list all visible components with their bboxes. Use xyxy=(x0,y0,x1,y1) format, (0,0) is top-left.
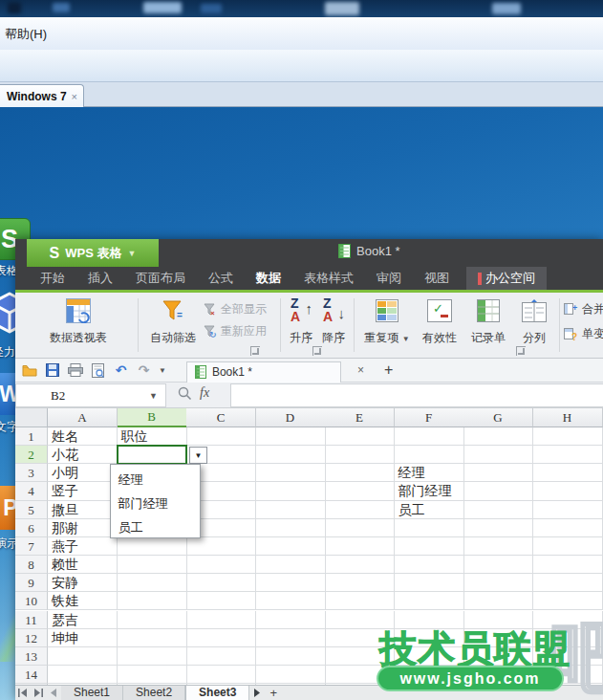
column-header-F[interactable]: F xyxy=(395,408,464,427)
cell-B7[interactable] xyxy=(118,537,187,556)
cell-G4[interactable] xyxy=(463,482,533,500)
cell-A12[interactable]: 坤坤 xyxy=(48,629,118,647)
last-sheet-icon[interactable] xyxy=(31,686,46,700)
cell-F14[interactable] xyxy=(395,666,464,684)
cell-E13[interactable] xyxy=(325,647,395,666)
cell-G11[interactable] xyxy=(463,611,533,629)
row-header-2[interactable]: 2 xyxy=(15,446,48,464)
next-sheet-icon[interactable] xyxy=(249,686,265,700)
redo-icon[interactable]: ↷ xyxy=(136,362,152,379)
cell-H1[interactable] xyxy=(533,427,603,446)
reapply-button[interactable]: ↻ 重新应用 xyxy=(204,323,276,339)
row-header-7[interactable]: 7 xyxy=(15,537,48,556)
cell-H5[interactable] xyxy=(533,501,603,519)
cell-F2[interactable] xyxy=(395,446,464,464)
ribbon-tab-表格样式[interactable]: 表格样式 xyxy=(292,267,365,290)
cell-H13[interactable] xyxy=(533,647,603,666)
row-header-9[interactable]: 9 xyxy=(15,574,48,592)
cell-D14[interactable] xyxy=(256,666,326,684)
cell-F10[interactable] xyxy=(395,592,464,610)
dropdown-item-部门经理[interactable]: 部门经理 xyxy=(111,492,200,515)
show-all-button[interactable]: × 全部显示 xyxy=(204,301,276,317)
cell-B8[interactable] xyxy=(118,556,187,574)
column-header-B[interactable]: B xyxy=(118,408,187,427)
row-header-8[interactable]: 8 xyxy=(15,556,48,574)
autofilter-button[interactable]: = 自动筛选 xyxy=(142,296,204,346)
help-menu[interactable]: 帮助(H) xyxy=(5,26,47,43)
dropdown-item-经理[interactable]: 经理 xyxy=(111,468,200,492)
cell-F3[interactable]: 经理 xyxy=(395,464,464,482)
cell-G13[interactable] xyxy=(463,647,533,666)
cell-A10[interactable]: 铁娃 xyxy=(48,592,118,610)
cell-E7[interactable] xyxy=(325,537,395,556)
cell-G10[interactable] xyxy=(463,592,533,610)
row-header-4[interactable]: 4 xyxy=(15,482,48,500)
column-header-H[interactable]: H xyxy=(533,408,603,427)
cell-C12[interactable] xyxy=(186,629,256,647)
cell-G7[interactable] xyxy=(463,537,533,556)
row-header-10[interactable]: 10 xyxy=(15,592,48,610)
cell-E1[interactable] xyxy=(325,427,395,446)
cell-C13[interactable] xyxy=(186,647,256,666)
cell-G5[interactable] xyxy=(463,501,533,519)
cell-E8[interactable] xyxy=(325,556,395,574)
add-sheet-icon[interactable]: + xyxy=(265,686,282,700)
cell-D5[interactable] xyxy=(256,501,326,519)
cell-D2[interactable] xyxy=(256,446,326,464)
cell-H2[interactable] xyxy=(533,446,603,464)
cell-E9[interactable] xyxy=(325,574,395,592)
cell-A5[interactable]: 撒旦 xyxy=(48,501,118,519)
cell-B9[interactable] xyxy=(118,574,187,592)
cell-E3[interactable] xyxy=(325,464,395,482)
wps-app-button[interactable]: S WPS 表格 ▼ xyxy=(27,239,159,267)
cell-E2[interactable] xyxy=(325,446,395,464)
cell-G1[interactable] xyxy=(463,427,533,446)
cell-B14[interactable] xyxy=(118,666,187,684)
cell-B12[interactable] xyxy=(118,629,187,647)
ribbon-tab-审阅[interactable]: 审阅 xyxy=(365,267,413,290)
row-header-3[interactable]: 3 xyxy=(15,464,48,482)
ribbon-tab-开始[interactable]: 开始 xyxy=(29,267,76,290)
cell-E10[interactable] xyxy=(325,592,395,610)
sheet-tab-Sheet1[interactable]: Sheet1 xyxy=(61,686,123,700)
cell-B11[interactable] xyxy=(118,611,187,629)
cell-F4[interactable]: 部门经理 xyxy=(395,482,464,500)
cell-F9[interactable] xyxy=(395,574,464,592)
cell-F6[interactable] xyxy=(395,519,464,537)
ribbon-tab-页面布局[interactable]: 页面布局 xyxy=(124,267,197,290)
cell-D13[interactable] xyxy=(256,647,326,666)
save-icon[interactable] xyxy=(44,362,60,379)
pivot-table-button[interactable]: 数据透视表 xyxy=(23,296,134,346)
cell-D6[interactable] xyxy=(256,519,326,537)
cell-A6[interactable]: 那谢 xyxy=(48,519,118,537)
toolbar-more-icon[interactable]: ▼ xyxy=(159,366,166,375)
cell-F7[interactable] xyxy=(395,537,464,556)
cell-G14[interactable] xyxy=(463,666,533,684)
cell-dropdown-button[interactable]: ▼ xyxy=(189,447,207,464)
row-header-12[interactable]: 12 xyxy=(15,629,48,647)
magnifier-icon[interactable] xyxy=(178,386,192,401)
cell-B13[interactable] xyxy=(118,647,187,666)
cell-G6[interactable] xyxy=(463,519,533,537)
cell-A9[interactable]: 安静 xyxy=(48,574,118,592)
cell-D9[interactable] xyxy=(256,574,326,592)
cell-F8[interactable] xyxy=(395,556,464,574)
cell-A11[interactable]: 瑟吉 xyxy=(48,611,118,629)
dialog-launcher-icon[interactable] xyxy=(312,346,322,356)
cell-E11[interactable] xyxy=(325,611,395,629)
cell-H10[interactable] xyxy=(533,592,603,610)
prev-sheet-icon[interactable] xyxy=(46,686,61,700)
cell-H6[interactable] xyxy=(533,519,603,537)
cell-C8[interactable] xyxy=(186,556,256,574)
cell-A2[interactable]: 小花 xyxy=(48,446,118,464)
document-tab-close-icon[interactable]: × xyxy=(357,363,364,377)
cell-G3[interactable] xyxy=(463,464,533,482)
column-header-E[interactable]: E xyxy=(325,408,395,427)
cell-D4[interactable] xyxy=(256,482,326,500)
cell-F5[interactable]: 员工 xyxy=(395,501,464,519)
cell-D8[interactable] xyxy=(256,556,326,574)
cell-E14[interactable] xyxy=(325,666,395,684)
chevron-down-icon[interactable]: ▼ xyxy=(149,391,158,401)
sheet-tab-Sheet2[interactable]: Sheet2 xyxy=(123,686,185,700)
sort-ascending-button[interactable]: ZA↑ 升序 xyxy=(285,296,317,346)
